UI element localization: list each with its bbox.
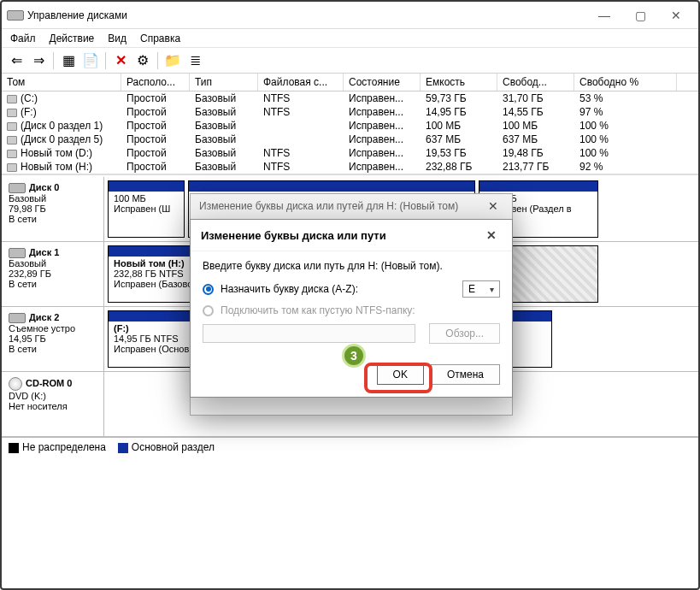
table-row[interactable]: (Диск 0 раздел 5)ПростойБазовыйИсправен.… [2,133,698,146]
menu-file[interactable]: Файл [10,32,36,44]
col-status[interactable]: Состояние [344,74,421,91]
table-body: (C:)ПростойБазовыйNTFSИсправен...59,73 Г… [2,91,698,174]
label-mount-folder: Подключить том как пустую NTFS-папку: [221,304,415,316]
dvd-icon [9,377,22,391]
radio-mount-folder[interactable] [203,305,214,316]
disk-icon [9,183,26,193]
col-type[interactable]: Тип [190,74,258,91]
close-button[interactable]: ✕ [659,3,693,27]
mount-path-input [203,324,415,343]
drive-letter-value: E [468,283,475,295]
maximize-button[interactable]: ▢ [623,3,657,27]
col-free[interactable]: Свобод... [497,74,574,91]
ok-button[interactable]: OK [377,364,424,385]
browse-button: Обзор... [429,323,500,344]
volume-icon [7,95,17,103]
volume-icon [7,163,17,172]
volume-block[interactable]: 100 МБИсправен (Ш [108,180,185,238]
close-icon[interactable]: ✕ [483,199,503,213]
window-title: Управление дисками [27,9,587,21]
forward-button[interactable]: ⇒ [29,51,48,70]
dialog-inner-title: Изменение буквы диска или пути [201,229,386,242]
col-freepct[interactable]: Свободно % [574,74,677,91]
table-row[interactable]: Новый том (D:)ПростойБазовыйNTFSИсправен… [2,146,698,160]
refresh-button[interactable]: 📁 [163,51,182,70]
legend: Не распределена Основной раздел [2,437,698,457]
menu-view[interactable]: Вид [108,32,126,44]
label-assign-letter: Назначить букву диска (A-Z): [221,283,358,295]
close-icon[interactable]: ✕ [481,228,502,242]
volume-icon [7,136,17,145]
table-row[interactable]: (C:)ПростойБазовыйNTFSИсправен...59,73 Г… [2,91,698,105]
step-badge: 3 [342,344,366,368]
menu-action[interactable]: Действие [50,32,95,44]
col-volume[interactable]: Том [2,74,121,91]
disk-icon [9,248,26,258]
table-header: Том Располо... Тип Файловая с... Состоян… [2,74,698,91]
disk-icon [9,313,26,323]
toolbar: ⇐ ⇒ ▦ 📄 ✕ ⚙ 📁 ≣ [2,48,698,74]
menubar: Файл Действие Вид Справка [2,29,698,48]
back-button[interactable]: ⇐ [7,51,26,70]
dialog-prompt: Введите букву диска или путь для H: (Нов… [203,260,500,272]
app-icon [7,10,24,21]
table-row[interactable]: (Диск 0 раздел 1)ПростойБазовыйИсправен.… [2,119,698,133]
volume-icon [7,109,17,117]
drive-letter-select[interactable]: E ▾ [462,280,500,298]
radio-assign-letter[interactable] [203,284,214,295]
table-row[interactable]: (F:)ПростойБазовыйNTFSИсправен...14,95 Г… [2,105,698,119]
up-button[interactable]: ▦ [59,51,78,70]
menu-help[interactable]: Справка [140,32,180,44]
list-button[interactable]: ≣ [185,51,204,70]
dialog-change-letter: Изменение буквы диска или пути ✕ Введите… [190,219,513,398]
col-filesystem[interactable]: Файловая с... [258,74,344,91]
volume-icon [7,150,17,158]
delete-button[interactable]: ✕ [111,51,130,70]
table-row[interactable]: Новый том (H:)ПростойБазовыйNTFSИсправен… [2,160,698,174]
titlebar: Управление дисками — ▢ ✕ [2,2,698,29]
legend-primary: Основной раздел [132,441,215,453]
col-layout[interactable]: Располо... [121,74,190,91]
action1-button[interactable]: ⚙ [133,51,152,70]
props-button[interactable]: 📄 [81,51,100,70]
chevron-down-icon: ▾ [490,285,494,294]
volume-icon [7,122,17,131]
minimize-button[interactable]: — [587,3,621,27]
legend-unalloc: Не распределена [22,441,106,453]
cancel-button[interactable]: Отмена [431,364,500,385]
col-capacity[interactable]: Емкость [421,74,497,91]
dialog-title: Изменение буквы диска или путей для H: (… [199,200,458,212]
